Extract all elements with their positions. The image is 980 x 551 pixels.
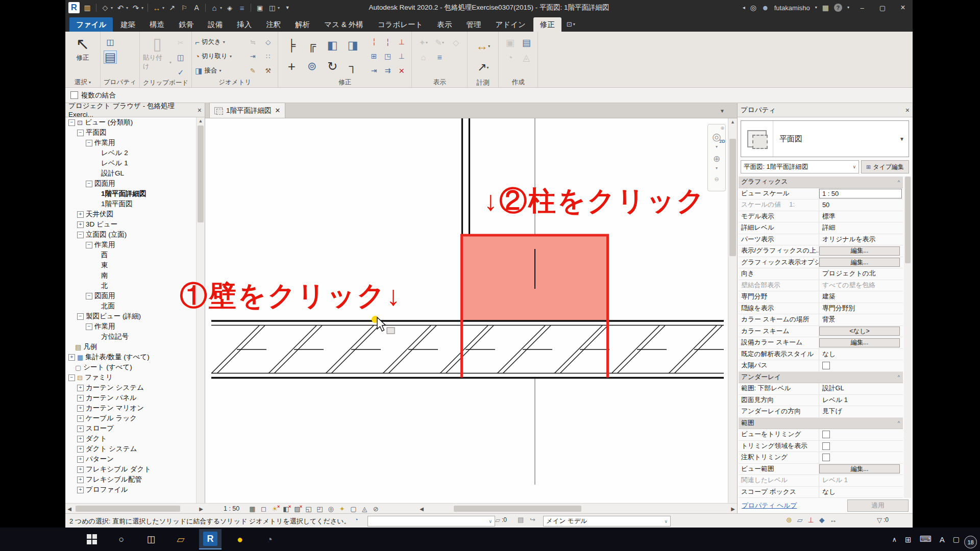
widgets-icon[interactable]: ⊞ — [905, 536, 912, 543]
trim-multiple-button[interactable]: ⇉ — [381, 63, 395, 78]
dropdown-caret-icon[interactable]: ▾ — [278, 6, 280, 10]
zoom-icon[interactable]: ⊕ — [713, 154, 720, 164]
tree-item[interactable]: 設計GL — [65, 168, 197, 179]
tree-item[interactable]: 北 — [65, 281, 197, 291]
undo-icon[interactable]: ↶ — [116, 3, 125, 12]
dimension-button[interactable]: ↗▾ — [471, 57, 495, 78]
design-options-icon[interactable]: ▱:0 — [495, 516, 507, 523]
property-value[interactable] — [819, 429, 903, 440]
steering-wheel-icon[interactable]: ◎2D — [712, 131, 721, 143]
property-edit-button[interactable]: 編集... — [819, 258, 900, 267]
minimize-button[interactable]: – — [854, 2, 870, 14]
worksets-combobox[interactable]: ∨ — [368, 516, 495, 527]
view-scale-button[interactable]: 1 : 50 — [224, 505, 239, 512]
expand-icon[interactable]: + — [77, 436, 84, 442]
section-collapse-icon[interactable]: ^ — [898, 374, 903, 380]
delete-button[interactable]: × — [395, 63, 408, 78]
property-value[interactable] — [819, 441, 903, 452]
expand-icon[interactable]: + — [77, 415, 84, 422]
property-checkbox[interactable] — [822, 442, 830, 450]
property-value[interactable]: レベル 1 — [819, 475, 903, 486]
property-checkbox[interactable] — [822, 431, 830, 438]
tree-item[interactable]: +ダクト システム — [65, 444, 197, 454]
zoom-caret-icon[interactable]: ▾ — [716, 166, 718, 170]
property-value[interactable]: 背景 — [819, 314, 903, 325]
family-types-button[interactable]: ◫ — [104, 36, 117, 49]
expand-icon[interactable]: + — [77, 405, 84, 412]
tray-chevron-icon[interactable]: ∧ — [892, 536, 897, 543]
properties-help-link[interactable]: プロパティ ヘルプ — [742, 502, 797, 510]
section-collapse-icon[interactable]: ^ — [898, 420, 903, 425]
tree-item[interactable]: +3D ビュー — [65, 219, 197, 230]
wall-hatch[interactable] — [211, 325, 724, 373]
tree-item[interactable]: +カーテン マリオン — [65, 403, 197, 413]
scroll-left-icon[interactable]: ◀ — [65, 506, 74, 512]
worksets-icon[interactable]: ◔ — [354, 516, 358, 523]
tree-item[interactable]: 西 — [65, 250, 197, 260]
ime-mode-icon[interactable]: A — [940, 535, 945, 544]
property-value[interactable]: プロジェクトの北 — [819, 268, 903, 280]
property-value[interactable]: 建築 — [819, 291, 903, 303]
paint-button[interactable]: ✎ — [246, 64, 259, 77]
copy-element-button[interactable]: ⊚ — [302, 56, 322, 77]
tab-修正[interactable]: 修正 — [533, 17, 561, 32]
paste-button[interactable]: ▯貼り付け▾ — [143, 34, 172, 71]
collapse-icon[interactable]: − — [68, 119, 75, 126]
type-selector[interactable]: 平面図 ▼ — [741, 120, 909, 157]
property-value[interactable]: 1 : 50 — [819, 188, 903, 199]
property-value[interactable]: レベル 1 — [819, 395, 903, 406]
ui-views-icon[interactable]: ▥ — [83, 3, 92, 12]
dropdown-caret-icon[interactable]: ▾ — [141, 6, 143, 10]
tab-表示[interactable]: 表示 — [430, 17, 458, 32]
sun-path-icon[interactable]: ☀× — [269, 505, 280, 513]
apply-button[interactable]: 適用 — [847, 499, 909, 512]
dropdown-caret-icon[interactable]: ▾ — [111, 6, 113, 10]
property-value[interactable]: 編集... — [819, 257, 903, 268]
tree-item[interactable]: −図面用 — [65, 291, 197, 301]
dropdown-caret-icon[interactable]: ▾ — [126, 6, 128, 10]
select-pinned-icon[interactable]: ⊥ — [808, 516, 814, 523]
shadows-icon[interactable]: ◧× — [280, 505, 291, 513]
split-element-button[interactable]: ╎ — [367, 35, 381, 49]
join-button[interactable]: ◨接合▾ — [195, 66, 244, 75]
review-requests-icon[interactable]: ↪ — [530, 516, 535, 523]
copy-button[interactable]: ◫ — [174, 51, 187, 64]
box3d-button[interactable]: ◇ — [448, 35, 464, 50]
property-value[interactable]: 編集... — [819, 337, 903, 348]
select-links-icon[interactable]: ⊚ — [786, 516, 792, 523]
drawing-viewport[interactable]: ⊗ ◎2D ▾ ⊕ ▾ ⊖ — [205, 118, 728, 503]
collapse-icon[interactable]: − — [86, 181, 92, 187]
pin-button[interactable]: ⊥ — [395, 49, 408, 63]
properties-vscrollbar[interactable] — [904, 177, 912, 498]
hidden-lines-button[interactable]: ≡ — [431, 50, 448, 65]
tab-コラボレート[interactable]: コラボレート — [371, 17, 430, 32]
unpin-button[interactable]: ⊥ — [395, 35, 408, 49]
revit-taskbar-icon[interactable]: R — [199, 529, 222, 549]
property-value[interactable]: 編集... — [819, 464, 903, 475]
property-edit-button[interactable]: 編集... — [819, 464, 900, 473]
tab-構造[interactable]: 構造 — [143, 17, 171, 32]
show-rendering-dialog-icon[interactable]: ▨× — [291, 505, 303, 513]
multiple-join-checkbox[interactable] — [70, 91, 78, 99]
text-icon[interactable]: A — [192, 3, 201, 12]
collapse-icon[interactable]: − — [86, 242, 92, 248]
scroll-up-icon[interactable]: ▲ — [728, 118, 737, 126]
property-value[interactable]: 編集... — [819, 245, 903, 257]
group-button[interactable]: ▣ — [502, 35, 518, 50]
scroll-left-icon[interactable]: ◀ — [418, 506, 426, 512]
tree-item[interactable]: +ダクト — [65, 434, 197, 444]
tab-設備[interactable]: 設備 — [201, 17, 229, 32]
tree-item[interactable]: −立面図 (立面) — [65, 230, 197, 240]
aligned-dimension-icon[interactable]: ↗ — [167, 3, 177, 12]
property-edit-button[interactable]: 編集... — [819, 338, 900, 347]
view-tab-close-icon[interactable]: ✕ — [275, 107, 281, 114]
reveal-constraints-icon[interactable]: ⊘ — [370, 505, 381, 513]
collapse-icon[interactable]: − — [77, 313, 84, 320]
explorer-icon[interactable]: ▱ — [169, 529, 192, 549]
customize-qat-icon[interactable]: ▼ — [283, 3, 292, 12]
match-type-button[interactable]: ✓ — [174, 65, 187, 79]
property-value[interactable]: オリジナルを表示 — [819, 234, 903, 245]
tree-item[interactable]: ▢シート (すべて) — [65, 362, 197, 372]
restore-button[interactable]: ▢ — [875, 2, 890, 14]
collapse-icon[interactable]: − — [77, 130, 84, 136]
